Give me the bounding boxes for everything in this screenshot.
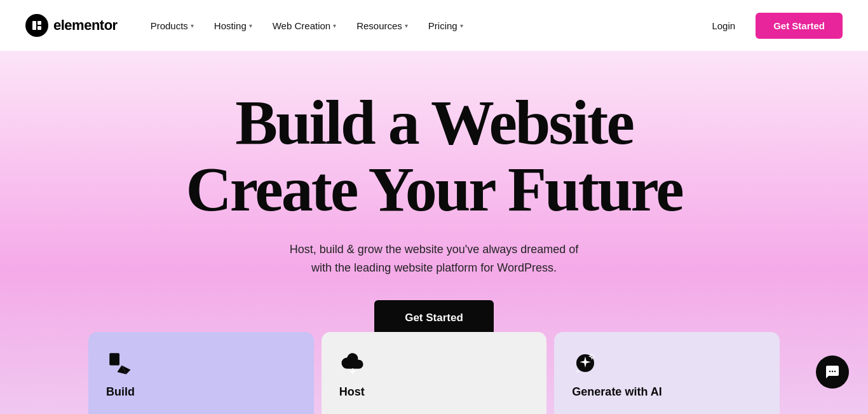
feature-card-host[interactable]: Host	[322, 332, 547, 414]
logo-icon	[25, 14, 48, 37]
hero-title-line1: Build a Website	[235, 87, 633, 158]
nav-label-pricing: Pricing	[428, 20, 458, 31]
nav-label-products: Products	[151, 20, 188, 31]
hero-title-line2: Create Your Future	[186, 154, 682, 224]
nav-item-pricing[interactable]: Pricing ▾	[419, 15, 472, 36]
feature-card-host-label: Host	[339, 385, 529, 399]
hero-subtitle-line1: Host, build & grow the website you've al…	[290, 243, 579, 256]
nav-item-resources[interactable]: Resources ▾	[348, 15, 417, 36]
feature-cards: Build Host Genera	[85, 332, 783, 414]
chevron-down-icon: ▾	[191, 22, 194, 29]
navbar-right: Login Get Started	[702, 13, 843, 39]
ai-icon	[572, 350, 762, 385]
svg-rect-1	[37, 21, 41, 25]
nav-item-web-creation[interactable]: Web Creation ▾	[264, 15, 345, 36]
svg-rect-3	[109, 353, 119, 365]
chat-bubble-button[interactable]	[816, 355, 849, 389]
feature-card-ai[interactable]: Generate with AI	[554, 332, 780, 414]
nav-label-resources: Resources	[356, 20, 402, 31]
get-started-nav-button[interactable]: Get Started	[756, 13, 843, 39]
chevron-down-icon: ▾	[460, 22, 463, 29]
feature-card-ai-label: Generate with AI	[572, 385, 762, 399]
nav-menu: Products ▾ Hosting ▾ Web Creation ▾ Reso…	[142, 15, 472, 36]
hero-title: Build a Website Create Your Future	[186, 89, 682, 223]
chevron-down-icon: ▾	[249, 22, 252, 29]
svg-point-9	[834, 371, 836, 372]
svg-rect-2	[37, 26, 41, 30]
logo-link[interactable]: elementor	[25, 14, 118, 37]
nav-item-products[interactable]: Products ▾	[142, 15, 203, 36]
nav-item-hosting[interactable]: Hosting ▾	[205, 15, 261, 36]
feature-card-build-label: Build	[106, 385, 296, 399]
hero-subtitle: Host, build & grow the website you've al…	[290, 240, 579, 277]
svg-point-7	[829, 371, 831, 372]
chevron-down-icon: ▾	[333, 22, 336, 29]
build-icon	[106, 350, 296, 385]
hero-cta-button[interactable]: Get Started	[374, 300, 494, 336]
svg-point-8	[832, 371, 833, 372]
navbar: elementor Products ▾ Hosting ▾ Web Creat…	[0, 0, 868, 51]
feature-card-build[interactable]: Build	[88, 332, 314, 414]
nav-label-web-creation: Web Creation	[273, 20, 330, 31]
logo-text: elementor	[53, 17, 118, 34]
navbar-left: elementor Products ▾ Hosting ▾ Web Creat…	[25, 14, 472, 37]
chevron-down-icon: ▾	[405, 22, 408, 29]
nav-label-hosting: Hosting	[214, 20, 247, 31]
hero-section: Build a Website Create Your Future Host,…	[0, 51, 868, 414]
cloud-icon	[339, 350, 529, 385]
login-button[interactable]: Login	[702, 15, 745, 36]
svg-rect-0	[32, 21, 36, 30]
hero-subtitle-line2: with the leading website platform for Wo…	[311, 261, 557, 274]
